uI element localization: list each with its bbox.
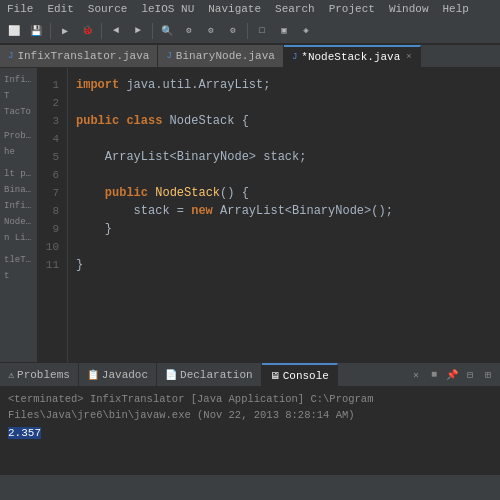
new-button[interactable]: ⬜ (4, 21, 24, 41)
sidebar-item-4 (2, 120, 35, 128)
code-line-1: import java.util.ArrayList; (76, 76, 492, 94)
close-tab-icon[interactable]: × (406, 52, 411, 62)
tab-binarynode[interactable]: J BinaryNode.java (158, 45, 283, 67)
tab-javadoc-label: Javadoc (102, 369, 148, 381)
tab-declaration[interactable]: 📄 Declaration (157, 363, 262, 386)
sidebar-content: InfixTacTo T TacTo Problems he lt pack B… (0, 68, 37, 288)
tab-declaration-label: Declaration (180, 369, 253, 381)
code-line-8: stack = new ArrayList<BinaryNode>(); (76, 202, 492, 220)
tab-problems-label: Problems (17, 369, 70, 381)
editor-tab-bar: J InfixTranslator.java J BinaryNode.java… (0, 45, 500, 68)
debug-button[interactable]: 🐞 (77, 21, 97, 41)
main-area: InfixTacTo T TacTo Problems he lt pack B… (0, 68, 500, 362)
save-button[interactable]: 💾 (26, 21, 46, 41)
tab-nodestack-label: *NodeStack.java (301, 51, 400, 63)
tool1[interactable]: ⚙ (179, 21, 199, 41)
menu-edit[interactable]: Edit (44, 2, 76, 16)
sidebar-item-problems[interactable]: Problems (2, 128, 35, 144)
sidebar-item-infixtrans[interactable]: InfixTrans (2, 198, 35, 214)
menu-help[interactable]: Help (439, 2, 471, 16)
code-line-11: } (76, 256, 492, 274)
tool6[interactable]: ◈ (296, 21, 316, 41)
sidebar-item-7[interactable]: lt pack (2, 166, 35, 182)
code-line-7: public NodeStack() { (76, 184, 492, 202)
java-file-icon-3: J (292, 52, 297, 62)
problems-icon: ⚠ (8, 369, 14, 381)
terminated-line: <terminated> InfixTranslator [Java Appli… (8, 391, 492, 423)
sep3 (152, 23, 153, 39)
sidebar-item-binaryno[interactable]: BinaryNo (2, 182, 35, 198)
line-num-11: 11 (38, 256, 63, 274)
code-line-4 (76, 130, 492, 148)
sep2 (101, 23, 102, 39)
code-line-3: public class NodeStack { (76, 112, 492, 130)
tab-binarynode-label: BinaryNode.java (176, 50, 275, 62)
javadoc-icon: 📋 (87, 369, 99, 381)
selected-output: 2.357 (8, 427, 41, 439)
back-button[interactable]: ◄ (106, 21, 126, 41)
tool5[interactable]: ▣ (274, 21, 294, 41)
console-icon: 🖥 (270, 370, 280, 382)
sep1 (50, 23, 51, 39)
line-num-5: 5 (38, 148, 63, 166)
pin-console-button[interactable]: 📌 (444, 367, 460, 383)
menu-file[interactable]: File (4, 2, 36, 16)
package-explorer-sidebar: InfixTacTo T TacTo Problems he lt pack B… (0, 68, 38, 362)
sidebar-item-titletest[interactable]: tleTest (2, 252, 35, 268)
cursor-area (76, 274, 492, 354)
java-file-icon-2: J (166, 51, 171, 61)
menu-project[interactable]: Project (326, 2, 378, 16)
bottom-tab-bar: ⚠ Problems 📋 Javadoc 📄 Declaration 🖥 Con… (0, 363, 500, 387)
line-num-10: 10 (38, 238, 63, 256)
stop-console-button[interactable]: ■ (426, 367, 442, 383)
menu-navigate[interactable]: Navigate (205, 2, 264, 16)
sidebar-item-2[interactable]: T (2, 88, 35, 104)
menu-leios[interactable]: leIOS NU (138, 2, 197, 16)
sidebar-item-3[interactable]: TacTo (2, 104, 35, 120)
line-num-8: 8 (38, 202, 63, 220)
code-line-10 (76, 238, 492, 256)
code-content[interactable]: import java.util.ArrayList; public class… (68, 68, 500, 362)
sidebar-item-1[interactable]: InfixTacTo (2, 72, 35, 88)
bottom-panel: ⚠ Problems 📋 Javadoc 📄 Declaration 🖥 Con… (0, 362, 500, 482)
maximize-panel-button[interactable]: ⊞ (480, 367, 496, 383)
tab-javadoc[interactable]: 📋 Javadoc (79, 363, 157, 386)
tab-console-label: Console (283, 370, 329, 382)
line-num-3: 3 (38, 112, 63, 130)
menu-search[interactable]: Search (272, 2, 318, 16)
search-button[interactable]: 🔍 (157, 21, 177, 41)
console-output: <terminated> InfixTranslator [Java Appli… (0, 387, 500, 474)
tab-nodestack[interactable]: J *NodeStack.java × (284, 45, 421, 67)
menu-source[interactable]: Source (85, 2, 131, 16)
icon-bar: ⬜ 💾 ▶ 🐞 ◄ ► 🔍 ⚙ ⚙ ⚙ □ ▣ ◈ (0, 18, 500, 44)
line-num-6: 6 (38, 166, 63, 184)
tool4[interactable]: □ (252, 21, 272, 41)
sidebar-item-nodestac[interactable]: NodeStac (2, 214, 35, 230)
minimize-panel-button[interactable]: ⊟ (462, 367, 478, 383)
code-editor[interactable]: 1 2 3 4 5 6 7 8 9 10 11 import java.util… (38, 68, 500, 362)
sidebar-item-9[interactable]: t (2, 268, 35, 284)
horizontal-scrollbar[interactable] (0, 474, 500, 482)
code-line-2 (76, 94, 492, 112)
menu-bar: File Edit Source leIOS NU Navigate Searc… (0, 0, 500, 18)
app-window: File Edit Source leIOS NU Navigate Searc… (0, 0, 500, 482)
tab-problems[interactable]: ⚠ Problems (0, 363, 79, 386)
tab-console[interactable]: 🖥 Console (262, 363, 338, 386)
console-output-line: 2.357 (8, 427, 492, 439)
tab-infixtranslator-label: InfixTranslator.java (17, 50, 149, 62)
tool2[interactable]: ⚙ (201, 21, 221, 41)
sidebar-item-nlibrar[interactable]: n Librar (2, 230, 35, 246)
line-numbers: 1 2 3 4 5 6 7 8 9 10 11 (38, 68, 68, 362)
menu-window[interactable]: Window (386, 2, 432, 16)
line-num-7: 7 (38, 184, 63, 202)
tab-infixtranslator[interactable]: J InfixTranslator.java (0, 45, 158, 67)
code-line-5: ArrayList<BinaryNode> stack; (76, 148, 492, 166)
line-num-2: 2 (38, 94, 63, 112)
sidebar-item-5[interactable]: he (2, 144, 35, 160)
run-button[interactable]: ▶ (55, 21, 75, 41)
bottom-tabs-right: ✕ ■ 📌 ⊟ ⊞ (408, 367, 500, 383)
forward-button[interactable]: ► (128, 21, 148, 41)
clear-console-button[interactable]: ✕ (408, 367, 424, 383)
toolbar: File Edit Source leIOS NU Navigate Searc… (0, 0, 500, 45)
tool3[interactable]: ⚙ (223, 21, 243, 41)
